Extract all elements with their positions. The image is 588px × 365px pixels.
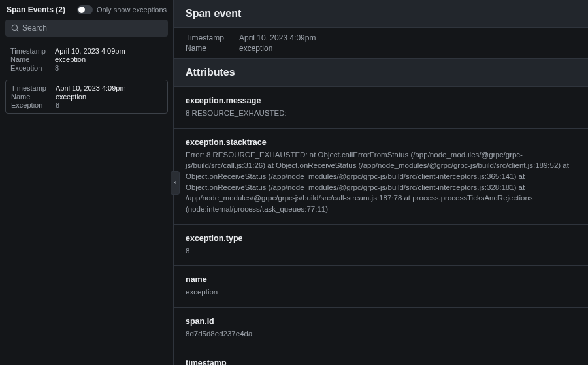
span-event-item[interactable]: Timestamp April 10, 2023 4:09pm Name exc… <box>5 80 168 114</box>
attribute-row: exception.type 8 <box>174 225 588 266</box>
sidebar-header: Span Events (2) Only show exceptions <box>5 5 168 14</box>
timestamp-label: Timestamp <box>11 84 52 92</box>
name-value: exception <box>239 44 576 53</box>
name-label: Name <box>11 93 52 101</box>
detail-panel[interactable]: Span event Timestamp April 10, 2023 4:09… <box>173 0 588 365</box>
timestamp-value: April 10, 2023 4:09pm <box>239 33 576 42</box>
sidebar-title: Span Events (2) <box>7 5 65 14</box>
span-event-meta: Timestamp April 10, 2023 4:09pm Name exc… <box>174 28 588 58</box>
attribute-row: name exception <box>174 266 588 308</box>
attribute-key: exception.stacktrace <box>186 138 576 147</box>
timestamp-label: Timestamp <box>10 47 51 55</box>
span-event-heading: Span event <box>174 0 588 28</box>
attribute-row: exception.message 8 RESOURCE_EXHAUSTED: <box>174 87 588 129</box>
app-root: Span Events (2) Only show exceptions Tim… <box>0 0 588 365</box>
attribute-row: timestamp 1681168156728 <box>174 349 588 365</box>
search-field-wrap <box>5 20 168 37</box>
name-label: Name <box>10 56 51 63</box>
name-label: Name <box>186 44 239 53</box>
attribute-key: exception.message <box>186 96 576 105</box>
attributes-heading: Attributes <box>174 58 588 87</box>
attribute-key: exception.type <box>186 234 576 243</box>
attribute-value: 8 RESOURCE_EXHAUSTED: <box>186 108 576 119</box>
search-input[interactable] <box>5 20 168 37</box>
attribute-key: span.id <box>186 317 576 326</box>
name-value: exception <box>56 93 162 101</box>
attribute-row: span.id 8d7d5d8ed237e4da <box>174 308 588 349</box>
sidebar-collapse-handle[interactable] <box>171 171 180 195</box>
timestamp-value: April 10, 2023 4:09pm <box>55 47 163 55</box>
attribute-value: 8 <box>186 246 576 257</box>
exceptions-only-control: Only show exceptions <box>77 5 167 14</box>
timestamp-value: April 10, 2023 4:09pm <box>56 84 162 92</box>
attribute-value: exception <box>186 287 576 298</box>
exception-value: 8 <box>56 101 162 109</box>
exceptions-only-toggle[interactable] <box>77 5 93 14</box>
name-value: exception <box>55 56 163 63</box>
sidebar: Span Events (2) Only show exceptions Tim… <box>0 0 173 365</box>
exception-label: Exception <box>11 101 52 109</box>
attribute-value: Error: 8 RESOURCE_EXHAUSTED: at Object.c… <box>186 150 576 215</box>
attribute-key: timestamp <box>186 358 576 365</box>
exception-value: 8 <box>55 64 163 72</box>
exception-label: Exception <box>10 64 51 72</box>
exceptions-only-label: Only show exceptions <box>97 6 167 14</box>
attribute-value: 8d7d5d8ed237e4da <box>186 328 576 340</box>
timestamp-label: Timestamp <box>186 33 239 42</box>
attribute-key: name <box>186 275 576 284</box>
span-event-item[interactable]: Timestamp April 10, 2023 4:09pm Name exc… <box>5 43 168 76</box>
attribute-row: exception.stacktrace Error: 8 RESOURCE_E… <box>174 129 588 225</box>
svg-line-1 <box>17 30 19 32</box>
svg-point-0 <box>12 25 17 30</box>
search-icon <box>10 24 20 33</box>
chevron-left-icon <box>172 180 178 185</box>
